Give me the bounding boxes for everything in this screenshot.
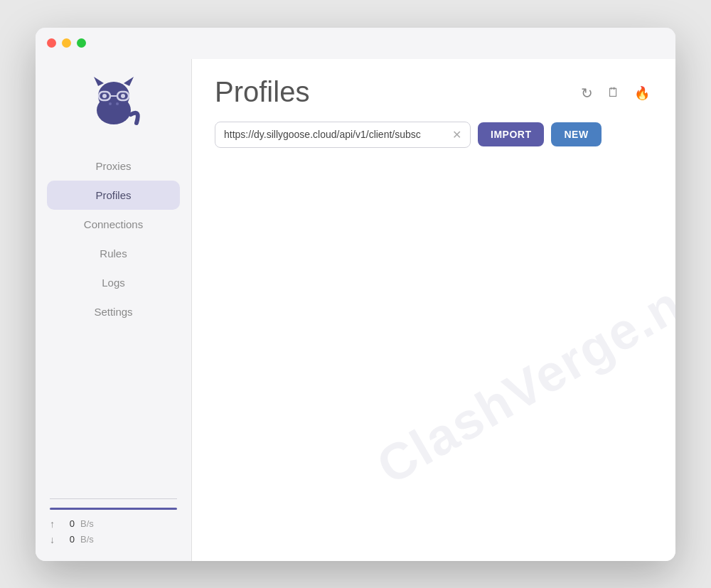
sidebar-item-connections[interactable]: Connections (47, 210, 180, 239)
title-bar (36, 28, 675, 59)
logo-area (36, 59, 191, 151)
traffic-lights (47, 38, 86, 48)
main-content: Profiles ↻ 🗒 🔥 ✕ (192, 59, 675, 561)
svg-point-7 (102, 94, 107, 98)
url-bar-area: ✕ IMPORT NEW (192, 122, 675, 162)
upload-speed-unit: B/s (80, 518, 94, 529)
app-body: Proxies Profiles Connections Rules Logs … (36, 59, 675, 561)
download-arrow-icon: ↓ (50, 534, 55, 545)
app-window: Proxies Profiles Connections Rules Logs … (36, 28, 675, 561)
sidebar-divider (50, 498, 177, 499)
refresh-button[interactable]: ↻ (578, 82, 596, 105)
page-title: Profiles (215, 76, 309, 107)
svg-point-10 (116, 102, 119, 105)
svg-point-9 (109, 102, 112, 105)
download-speed-value: 0 (60, 534, 75, 545)
url-input[interactable] (224, 129, 447, 140)
maximize-button[interactable] (77, 38, 86, 48)
minimize-button[interactable] (62, 38, 71, 48)
watermark: ClashVerge.net (368, 250, 675, 496)
close-button[interactable] (47, 38, 56, 48)
refresh-icon: ↻ (581, 85, 593, 102)
sidebar-item-logs[interactable]: Logs (47, 268, 180, 297)
app-logo (85, 73, 142, 130)
upload-speed-value: 0 (60, 518, 75, 529)
download-speed-unit: B/s (80, 534, 94, 545)
header-actions: ↻ 🗒 🔥 (578, 76, 653, 105)
svg-marker-3 (124, 77, 134, 86)
svg-point-8 (121, 94, 125, 98)
fire-icon: 🔥 (634, 85, 650, 101)
url-input-wrapper: ✕ (215, 122, 471, 148)
document-button[interactable]: 🗒 (604, 82, 623, 103)
new-button[interactable]: NEW (551, 122, 601, 146)
sidebar-item-rules[interactable]: Rules (47, 239, 180, 268)
download-speed-row: ↓ 0 B/s (50, 534, 177, 545)
url-clear-button[interactable]: ✕ (452, 128, 461, 141)
svg-marker-2 (94, 77, 104, 86)
main-header: Profiles ↻ 🗒 🔥 (192, 59, 675, 122)
speed-bar (50, 508, 177, 510)
main-area: ClashVerge.net (192, 162, 675, 561)
fire-button[interactable]: 🔥 (631, 82, 653, 104)
document-icon: 🗒 (607, 85, 620, 100)
sidebar-bottom: ↑ 0 B/s ↓ 0 B/s (36, 487, 191, 561)
upload-arrow-icon: ↑ (50, 518, 55, 530)
sidebar-item-proxies[interactable]: Proxies (47, 151, 180, 181)
nav-items: Proxies Profiles Connections Rules Logs … (36, 151, 191, 326)
sidebar-item-profiles[interactable]: Profiles (47, 181, 180, 210)
upload-speed-row: ↑ 0 B/s (50, 518, 177, 530)
clear-icon: ✕ (452, 128, 461, 141)
sidebar: Proxies Profiles Connections Rules Logs … (36, 59, 192, 561)
import-button[interactable]: IMPORT (478, 122, 544, 146)
sidebar-item-settings[interactable]: Settings (47, 297, 180, 326)
